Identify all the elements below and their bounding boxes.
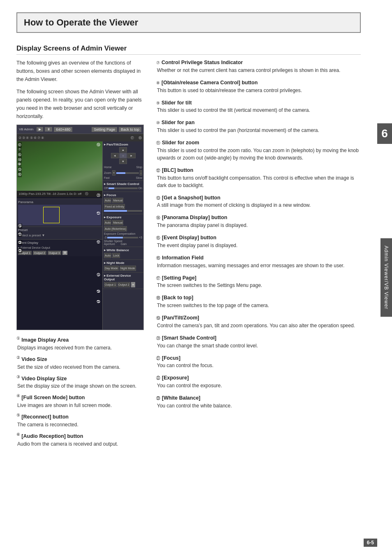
right-item-desc-4: This slider is used to control the zoom …: [156, 147, 361, 162]
toolbar-logo: VB Admin: [19, 127, 33, 131]
exposure-panel: ▸ Exposure Auto Manual Auto (flickerless…: [103, 214, 143, 247]
num-overlay-17-18: ⑰ ⑱: [131, 136, 142, 140]
list-item-4: ④ [Full Screen Mode] button Live images …: [16, 393, 144, 409]
right-item-title-16: [White Balance]: [162, 394, 201, 402]
ext-out2[interactable]: Output 2: [118, 282, 130, 287]
right-list-item-12: ⑫ [BLC] button This button turns on/off …: [156, 166, 361, 189]
right-item-title-1: [Obtain/release Camera Control] button: [161, 79, 258, 87]
item-2-desc: Set the size of video received from the …: [16, 364, 120, 370]
intro-text-2: The following screen shows the Admin Vie…: [16, 88, 144, 120]
right-item-num-7: ⑭: [156, 215, 160, 221]
right-item-num-2: ⑨: [156, 100, 160, 106]
right-item-desc-6: A still image from the moment of clickin…: [156, 201, 361, 209]
zoom-in-btn[interactable]: +: [112, 170, 115, 176]
wb-auto-btn[interactable]: Auto: [104, 253, 111, 258]
right-column: ⑦ Control Privilege Status Indicator Whe…: [156, 59, 361, 414]
focus-title: ▸ Focus: [104, 193, 142, 197]
toolbar-size[interactable]: 640×480: [54, 127, 72, 132]
label-26: ㉖: [18, 224, 22, 229]
output2-btn[interactable]: Output 2: [33, 251, 46, 255]
output3-btn[interactable]: Output 3: [48, 251, 61, 255]
list-item-1: ① Image Display Area Displays images rec…: [16, 335, 144, 352]
right-list-item-8: ⑧ [Obtain/release Camera Control] button…: [156, 78, 361, 94]
night-panel: ▸ Night Mode Day Mode Night Mode: [103, 260, 143, 273]
page-header: How to Operate the Viewer: [16, 12, 361, 33]
zoom-label: Zoom: [104, 171, 111, 174]
focus-btns: Auto Manual Fixed at Infinity: [104, 198, 142, 209]
event-display: Event Display ▸ External Device Output O…: [17, 239, 102, 256]
exp-auto-btn[interactable]: Auto: [104, 220, 111, 225]
night-title: ▸ Night Mode: [104, 261, 142, 265]
pan-left-btn[interactable]: ◄: [111, 153, 119, 158]
wb-btns: Auto Lock: [104, 253, 142, 258]
side-tab-label: Admin Viewer/VB Viewer: [380, 238, 392, 317]
right-list-item-14: ⑭ [Panorama Display] button The panorama…: [156, 213, 361, 229]
exp-pos: +3: [139, 236, 142, 239]
right-item-num-12: ⑲: [156, 315, 160, 321]
smart-shade-slider[interactable]: [108, 187, 137, 189]
pan-right-btn[interactable]: ►: [127, 153, 135, 158]
info-text: 1080p Pan-193.25 Tilt -16 Zoom:1.0x D: o…: [18, 192, 81, 196]
right-item-num-9: ⑯: [156, 255, 160, 261]
right-item-title-7: [Panorama Display] button: [162, 214, 227, 222]
right-item-desc-7: The panorama display panel is displayed.: [156, 222, 361, 229]
right-list-item-11: ⑪ Slider for zoom This slider is used to…: [156, 138, 361, 162]
right-list-item-19: ⑲ [Pan/Tilt/Zoom] Control the camera's p…: [156, 313, 361, 329]
list-item-6: ⑥ [Audio Reception] button Audio from th…: [16, 431, 144, 448]
viewer-right-panel: ⑲ ⑳ ㉑ ㉒ ㉓ ㉔ ㉕: [102, 141, 143, 330]
ext-icon-btn[interactable]: ≡: [131, 282, 135, 287]
zoom-slider[interactable]: [116, 172, 139, 174]
left-items-list: ① Image Display Area Displays images rec…: [16, 335, 144, 448]
right-item-title-0: Control Privilege Status Indicator: [161, 59, 243, 67]
list-item-5: ⑤ [Reconnect] button The camera is recon…: [16, 412, 144, 428]
right-list-item-18: ⑱ [Back to top] The screen switches to t…: [156, 293, 361, 309]
panorama-image: [18, 205, 101, 225]
item-2-title: Video Size: [21, 356, 47, 362]
item-5-title: [Reconnect] button: [21, 414, 69, 420]
focus-manual-btn[interactable]: Manual: [112, 198, 123, 203]
right-list-item-10: ⑩ Slider for pan This slider is used to …: [156, 118, 361, 134]
item-6-title: [Audio Reception] button: [21, 433, 83, 439]
right-list-item-13: ⑬ [Get a Snapshot] button A still image …: [156, 193, 361, 209]
tilt-up-btn[interactable]: ▲: [119, 147, 127, 153]
toolbar-backtop[interactable]: Back to top: [119, 127, 141, 132]
ext-out1[interactable]: Output 1: [104, 282, 117, 287]
ptz-title: ▸ Pan/Tilt/Zoom: [104, 143, 142, 146]
wb-title: ▸ White Balance: [104, 248, 142, 252]
night-btns: Day Mode Night Mode: [104, 266, 142, 271]
right-item-num-14: ㉑: [156, 355, 160, 361]
item-1-title: Image Display Area: [21, 337, 69, 343]
tilt-down-btn[interactable]: ▼: [119, 159, 127, 164]
toolbar-setting[interactable]: Setting Page: [92, 127, 117, 132]
exp-manual-btn[interactable]: Manual: [112, 220, 123, 225]
zoom-labels: Fast Slow: [104, 176, 142, 179]
zoom-out-btn[interactable]: -: [140, 170, 142, 176]
right-item-title-5: [BLC] button: [162, 166, 193, 174]
viewer-toolbar: VB Admin ▶ ⏸ 640×480 Setting Page Back t…: [17, 125, 143, 134]
home-btn[interactable]: ○: [119, 153, 127, 158]
exp-slider[interactable]: [107, 237, 138, 238]
page-number: 6-5: [364, 539, 377, 547]
focus-slider[interactable]: [104, 210, 142, 212]
right-item-title-15: [Exposure]: [162, 374, 189, 382]
focus-preset-btn[interactable]: Fixed at Infinity: [104, 204, 125, 209]
focus-auto-btn[interactable]: Auto: [104, 198, 111, 203]
right-item-title-12: [Pan/Tilt/Zoom]: [162, 314, 199, 322]
right-item-num-8: ⑮: [156, 235, 160, 241]
ptz-panel: ▸ Pan/Tilt/Zoom ▲ ◄ ○ ►: [103, 141, 143, 181]
label-29: ㉙: [18, 248, 22, 253]
toolbar-btn-2[interactable]: ⏸: [45, 127, 52, 132]
right-list-item-20: ⑳ [Smart Shade Control] You can change t…: [156, 333, 361, 349]
toolbar-btn-1[interactable]: ▶: [37, 127, 43, 132]
wb-lock-btn[interactable]: Lock: [112, 253, 120, 258]
day-mode-btn[interactable]: Day Mode: [104, 266, 119, 271]
night-mode-btn[interactable]: Night Mode: [120, 266, 136, 271]
right-items-list: ⑦ Control Privilege Status Indicator Whe…: [156, 59, 361, 409]
num-1: ①: [16, 335, 20, 341]
right-item-title-14: [Focus]: [162, 354, 180, 362]
num-7: ⑦: [18, 147, 21, 152]
output-icon[interactable]: ⚙: [62, 251, 67, 255]
right-item-title-3: Slider for pan: [161, 119, 195, 127]
right-item-desc-5: This button turns on/off backlight compe…: [156, 174, 361, 189]
exp-shutter-btn[interactable]: Auto (flickerless): [104, 226, 127, 231]
